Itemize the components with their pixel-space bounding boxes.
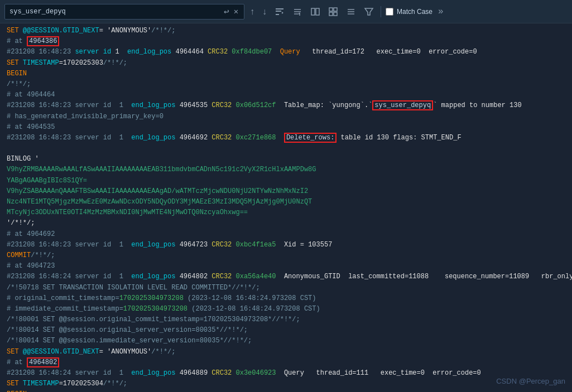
- line-log-4964692: #231208 16:48:23 server id 1 end_log_pos…: [7, 240, 565, 250]
- line-5: BEGIN: [7, 69, 565, 79]
- line-server-ver-2: /*!80014 SET @@session.immediate_server_…: [7, 336, 565, 346]
- search-undo-icon[interactable]: ↩: [222, 5, 232, 18]
- arrow-up-button[interactable]: ↑: [248, 6, 257, 18]
- svg-rect-13: [334, 12, 337, 16]
- format-button[interactable]: [290, 6, 305, 18]
- arrow-down-button[interactable]: ↓: [260, 6, 269, 18]
- line-binlog-2: YABgAGAABgIBIc8S1QY=: [7, 176, 565, 186]
- content-area: SET @@SESSION.GTID_NEXT= 'ANONYMOUS'/*!*…: [0, 23, 572, 392]
- watermark: CSDN @Percep_gan: [496, 377, 565, 385]
- line-at-4964802-label: # at 4964802: [7, 357, 565, 368]
- line-quote: '/*!*/;: [7, 218, 565, 229]
- highlight-sys-user-depyq: sys_user_depyq: [372, 100, 433, 110]
- line-7: # at 4964464: [7, 90, 565, 100]
- line-immediate-ts: # immediate_commit_timestamp=17020253049…: [7, 304, 565, 314]
- split-button[interactable]: [308, 6, 323, 18]
- line-binlog-header: BINLOG ': [7, 154, 565, 164]
- line-at-4964692: # at 4964692: [7, 229, 565, 240]
- line-1: SET @@SESSION.GTID_NEXT= 'ANONYMOUS'/*!*…: [7, 26, 565, 36]
- line-isolation: /*!50718 SET TRANSACTION ISOLATION LEVEL…: [7, 283, 565, 293]
- line-binlog-4: Nzc4NTE1MTQ5MjgzMzMwEzE0MzAwNDcxODY5NDQy…: [7, 197, 565, 207]
- list-button[interactable]: [344, 6, 358, 18]
- match-case-checkbox[interactable]: [386, 8, 393, 16]
- svg-marker-17: [365, 8, 373, 15]
- line-log-4964723: #231208 16:48:24 server id 1 end_log_pos…: [7, 272, 565, 282]
- search-input[interactable]: [9, 8, 222, 16]
- svg-rect-2: [276, 14, 279, 15]
- line-6: /*!*/;: [7, 79, 565, 90]
- line-begin-2: BEGIN: [7, 389, 565, 392]
- toolbar: ↩ ✕ ↑ ↓ Match Case »: [0, 0, 572, 23]
- highlight-4964386: 4964386: [27, 36, 59, 46]
- line-binlog-1: V9hyZRMBAAAARwAAALfASwAAAIIAAAAAAAAEAB31…: [7, 164, 565, 175]
- svg-rect-11: [334, 8, 337, 11]
- line-at-4964723: # at 4964723: [7, 261, 565, 272]
- more-options-icon[interactable]: »: [438, 7, 444, 17]
- svg-rect-0: [276, 8, 283, 9]
- match-case-text: Match Case: [397, 8, 432, 16]
- line-9: # has_generated_invisible_primary_key=0: [7, 112, 565, 122]
- wrap-button[interactable]: [272, 6, 287, 18]
- line-original-ts: # original_commit_timestamp=170202530497…: [7, 293, 565, 304]
- line-session-orig: /*!80001 SET @@session.original_commit_t…: [7, 314, 565, 325]
- match-case-label[interactable]: Match Case: [386, 8, 432, 16]
- line-8: #231208 16:48:23 server id 1 end_log_pos…: [7, 100, 565, 111]
- line-blank-1: [7, 143, 565, 154]
- line-3: #231208 16:48:23 server id 1 end_log_pos…: [7, 47, 565, 57]
- line-11: #231208 16:48:23 server id 1 end_log_pos…: [7, 133, 565, 143]
- divider: [381, 6, 381, 17]
- line-server-ver-1: /*!80014 SET @@session.original_server_v…: [7, 325, 565, 336]
- line-set-timestamp-2: SET TIMESTAMP=1702025304/*!*/;: [7, 379, 565, 389]
- svg-rect-1: [276, 11, 281, 12]
- filter-button[interactable]: [362, 6, 376, 18]
- grid-button[interactable]: [326, 6, 340, 18]
- line-binlog-3: V9hyZSABAAAAnQAAAFTBSwAAAIIAAAAAAAAEAAgA…: [7, 186, 565, 197]
- line-4: SET TIMESTAMP=1702025303/*!*/;: [7, 58, 565, 69]
- line-10: # at 4964535: [7, 122, 565, 133]
- line-2: # at 4964386: [7, 36, 565, 47]
- svg-rect-12: [329, 12, 333, 16]
- line-commit: COMMIT/*!*/;: [7, 250, 565, 261]
- line-log-4964802: #231208 16:48:24 server id 1 end_log_pos…: [7, 368, 565, 379]
- line-set-gtid-2: SET @@SESSION.GTID_NEXT= 'ANONYMOUS'/*!*…: [7, 347, 565, 357]
- svg-rect-9: [316, 8, 319, 15]
- svg-rect-10: [329, 8, 333, 11]
- line-binlog-5: MTcyNjc3ODUxNTE0OTI4MzMzMBMxNDI0NjMwMTE4…: [7, 207, 565, 218]
- search-box: ↩ ✕: [4, 4, 244, 20]
- highlight-4964802: 4964802: [27, 357, 59, 367]
- svg-rect-8: [311, 8, 315, 15]
- search-clear-icon[interactable]: ✕: [234, 7, 238, 16]
- highlight-delete-rows: Delete_rows:: [284, 133, 337, 143]
